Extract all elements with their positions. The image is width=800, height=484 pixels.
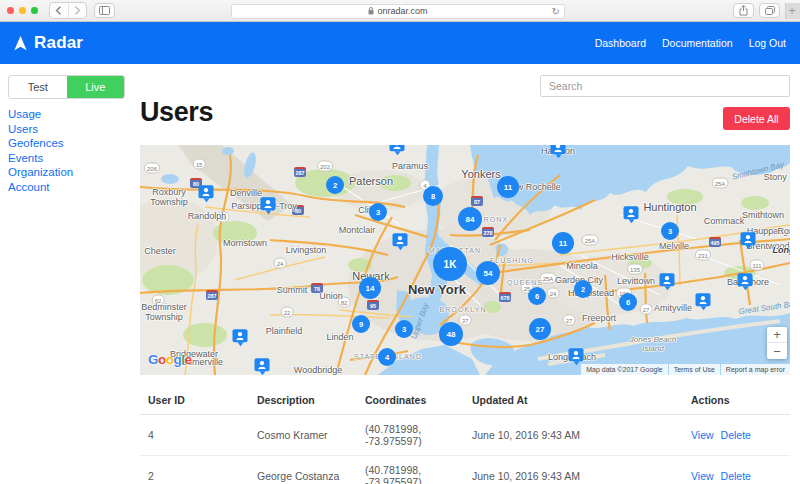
person-icon: [393, 145, 402, 149]
users-map[interactable]: PatersonYonkersNew RochelleParamusDenvil…: [140, 145, 790, 375]
interstate-shield: 278: [482, 227, 494, 237]
sidebar-toggle-button[interactable]: [94, 3, 115, 18]
user-marker[interactable]: [624, 206, 639, 223]
map-attribution-link[interactable]: Report a map error: [721, 364, 790, 375]
user-cluster-marker[interactable]: 8: [423, 186, 443, 206]
interstate-shield: 95: [367, 300, 379, 310]
sidebar-item-organization[interactable]: Organization: [8, 165, 73, 180]
forward-button[interactable]: [68, 3, 86, 18]
cell-user-id: 2: [140, 456, 249, 484]
user-cluster-marker[interactable]: 9: [352, 315, 370, 333]
person-icon: [699, 295, 708, 304]
user-marker[interactable]: [390, 145, 405, 155]
nav-link-log-out[interactable]: Log Out: [749, 37, 786, 49]
route-shield: 37: [459, 315, 472, 326]
user-cluster-marker[interactable]: 11: [497, 176, 519, 198]
view-link[interactable]: View: [691, 429, 714, 441]
person-icon: [663, 275, 672, 284]
route-shield: 27: [563, 315, 576, 326]
route-shield: 25A: [582, 235, 599, 246]
user-cluster-marker[interactable]: 3: [395, 320, 413, 338]
user-cluster-marker[interactable]: 14: [359, 277, 381, 299]
new-tab-button[interactable]: +: [785, 3, 800, 19]
user-marker[interactable]: [255, 358, 270, 375]
cell-description: George Costanza: [249, 456, 357, 484]
person-icon: [627, 208, 636, 217]
share-icon: [739, 5, 748, 16]
view-link[interactable]: View: [691, 470, 714, 482]
sidebar-item-events[interactable]: Events: [8, 151, 73, 166]
sidebar-item-account[interactable]: Account: [8, 180, 73, 195]
user-cluster-marker[interactable]: 48: [439, 322, 463, 346]
delete-link[interactable]: Delete: [721, 429, 751, 441]
lock-icon: [368, 7, 374, 15]
nav-link-dashboard[interactable]: Dashboard: [595, 37, 646, 49]
close-window-button[interactable]: [7, 7, 14, 14]
user-cluster-marker[interactable]: 2: [326, 176, 344, 194]
user-marker[interactable]: [199, 185, 214, 202]
brand-name: Radar: [34, 33, 83, 53]
nav-link-documentation[interactable]: Documentation: [662, 37, 733, 49]
user-cluster-marker[interactable]: 54: [476, 261, 500, 285]
route-shield: 231: [695, 250, 711, 261]
user-cluster-marker[interactable]: 27: [529, 318, 551, 340]
cell-actions: ViewDelete: [683, 415, 790, 456]
person-icon: [554, 145, 563, 152]
sidebar-item-users[interactable]: Users: [8, 122, 73, 137]
route-shield: 24: [274, 258, 287, 269]
route-shield: 22: [281, 307, 294, 318]
back-button[interactable]: [50, 3, 68, 18]
address-bar[interactable]: onradar.com ↻: [231, 4, 565, 19]
user-marker[interactable]: [741, 232, 756, 249]
toggle-live[interactable]: Live: [67, 76, 125, 98]
sidebar-item-geofences[interactable]: Geofences: [8, 136, 73, 151]
user-marker[interactable]: [738, 273, 753, 290]
user-cluster-marker[interactable]: 3: [369, 203, 387, 221]
google-logo[interactable]: Google: [148, 352, 192, 367]
user-cluster-marker[interactable]: 11: [552, 232, 574, 254]
search-input[interactable]: [540, 75, 790, 97]
person-icon: [572, 350, 581, 359]
person-icon: [236, 331, 245, 340]
minimize-window-button[interactable]: [19, 7, 26, 14]
interstate-shield: 80: [292, 205, 304, 215]
route-shield: 111: [749, 260, 764, 271]
user-cluster-marker[interactable]: 2: [574, 280, 592, 298]
map-attribution-link[interactable]: Terms of Use: [669, 364, 720, 375]
share-button[interactable]: [733, 3, 754, 18]
sidebar-icon: [99, 6, 110, 15]
tabs-overview-button[interactable]: [759, 3, 780, 18]
user-marker[interactable]: [569, 348, 584, 365]
user-cluster-marker[interactable]: 1K: [433, 247, 467, 281]
column-header-user-id: User ID: [140, 385, 249, 415]
interstate-shield: 87: [471, 196, 483, 206]
user-marker[interactable]: [233, 329, 248, 346]
user-marker[interactable]: [393, 233, 408, 250]
delete-link[interactable]: Delete: [721, 470, 751, 482]
map-attribution: Map data ©2017 GoogleTerms of UseReport …: [580, 364, 790, 375]
zoom-window-button[interactable]: [31, 7, 38, 14]
user-marker[interactable]: [261, 197, 276, 214]
user-cluster-marker[interactable]: 6: [619, 293, 637, 311]
interstate-shield: 287: [294, 167, 306, 177]
person-icon: [264, 199, 273, 208]
user-cluster-marker[interactable]: 3: [661, 222, 679, 240]
route-shield: 25A: [540, 273, 557, 284]
person-icon: [741, 275, 750, 284]
zoom-out-button[interactable]: −: [767, 343, 787, 359]
user-marker[interactable]: [660, 273, 675, 290]
sidebar-item-usage[interactable]: Usage: [8, 107, 73, 122]
user-cluster-marker[interactable]: 84: [458, 207, 482, 231]
delete-all-button[interactable]: Delete All: [723, 107, 790, 130]
toggle-test[interactable]: Test: [9, 76, 67, 98]
zoom-in-button[interactable]: +: [767, 327, 787, 343]
user-marker[interactable]: [696, 293, 711, 310]
user-marker[interactable]: [551, 145, 566, 158]
brand[interactable]: Radar: [14, 33, 83, 53]
person-icon: [258, 360, 267, 369]
window-controls: [7, 7, 38, 14]
user-cluster-marker[interactable]: 4: [378, 348, 396, 366]
reload-icon[interactable]: ↻: [552, 6, 560, 17]
user-cluster-marker[interactable]: 6: [528, 287, 546, 305]
cell-coordinates: (40.781998, -73.975597): [357, 456, 464, 484]
